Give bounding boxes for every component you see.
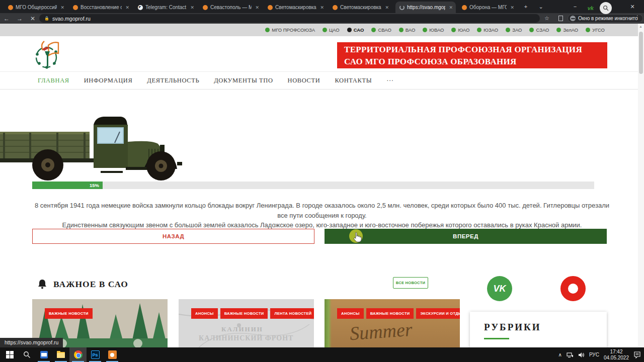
volume-icon[interactable] xyxy=(578,352,585,358)
chrome-taskbar-button[interactable] xyxy=(69,347,87,362)
district-link-sao-active[interactable]: САО xyxy=(347,27,364,33)
browser-tab[interactable]: Оборона — МГО Общер✕ xyxy=(458,2,517,13)
tab-close-icon[interactable]: ✕ xyxy=(509,5,514,10)
browser-tab[interactable]: Восстановление связи —✕ xyxy=(69,2,132,13)
badge[interactable]: ВАЖНЫЕ НОВОСТИ xyxy=(45,308,93,319)
union-dot-icon xyxy=(529,28,534,32)
slider-forward-button[interactable]: ВПЕРЕД xyxy=(325,229,607,244)
forward-icon[interactable]: → xyxy=(13,15,26,22)
organization-logo[interactable] xyxy=(33,39,62,72)
tab-close-icon[interactable]: ✕ xyxy=(124,5,129,10)
taskbar-search-button[interactable] xyxy=(18,347,35,362)
search-button[interactable] xyxy=(600,2,612,14)
badge[interactable]: ВАЖНЫЕ НОВОСТИ xyxy=(220,308,268,319)
mail-app-button[interactable] xyxy=(35,347,52,362)
tab-title: МГО Общероссийского П xyxy=(16,5,57,10)
news-card[interactable]: КАЛИНИН КАЛИНИНСКИЙ ФРОНТ АНОНСЫ ВАЖНЫЕ … xyxy=(179,299,314,347)
org-title-banner: ТЕРРИТОРИАЛЬНАЯ ПРОФСОЮЗНАЯ ОРГАНИЗАЦИЯ … xyxy=(337,42,607,68)
site-favicon xyxy=(73,5,78,10)
browser-tab[interactable]: Светомаскировка — МГ✕ xyxy=(264,2,327,13)
incognito-label: Окно в режиме инкогнито xyxy=(578,16,638,21)
tab-close-icon[interactable]: ✕ xyxy=(448,5,453,10)
vk-social-button[interactable]: VK xyxy=(487,276,512,301)
page-scrollbar[interactable]: ▲ xyxy=(638,24,644,347)
windows-taskbar: Ps ∧ РУС 17:42 04.05.2022 xyxy=(0,347,644,362)
badge[interactable]: ЭКСКУРСИИ И ОТДЫХ xyxy=(416,308,460,319)
browser-tab[interactable]: Светомаскировка — МГО✕ xyxy=(329,2,392,13)
browser-tab[interactable]: МГО Общероссийского П✕ xyxy=(4,2,67,13)
district-link-yuvao[interactable]: ЮВАО xyxy=(423,27,444,33)
district-label: ЗелАО xyxy=(563,27,578,33)
district-link-ugso[interactable]: УГСО xyxy=(586,27,605,33)
file-explorer-button[interactable] xyxy=(52,347,69,362)
district-link-yuao[interactable]: ЮАО xyxy=(451,27,469,33)
red-ring-social-button[interactable] xyxy=(560,276,586,301)
badge[interactable]: АНОНСЫ xyxy=(337,308,364,319)
district-link-szao[interactable]: СЗАО xyxy=(529,27,549,33)
district-link-zao[interactable]: ЗАО xyxy=(506,27,522,33)
nav-item-information[interactable]: ИНФОРМАЦИЯ xyxy=(84,77,133,84)
district-link-cao[interactable]: ЦАО xyxy=(323,27,340,33)
browser-menu-icon[interactable]: ⋮ xyxy=(635,15,640,20)
nav-item-activity[interactable]: ДЕЯТЕЛЬНОСТЬ xyxy=(147,77,199,84)
tab-title: Севастополь — МГО Об xyxy=(210,5,252,10)
new-tab-button[interactable]: + xyxy=(519,0,532,13)
badge[interactable]: ЛЕНТА НОВОСТЕЙ xyxy=(270,308,314,319)
district-label: ЮАО xyxy=(458,27,469,33)
tab-close-icon[interactable]: ✕ xyxy=(254,5,259,10)
screenshot-tool-button[interactable] xyxy=(104,347,121,362)
scroll-up-arrow-icon[interactable]: ▲ xyxy=(639,25,642,28)
badge[interactable]: ВАЖНЫЕ НОВОСТИ xyxy=(366,308,414,319)
photoshop-taskbar-button[interactable]: Ps xyxy=(87,347,104,362)
district-link-mgo[interactable]: МГО ПРОФСОЮЗА xyxy=(265,27,315,33)
window-minimize-button[interactable]: − xyxy=(567,0,584,13)
nav-item-contacts[interactable]: КОНТАКТЫ xyxy=(335,77,372,84)
start-button[interactable] xyxy=(1,347,18,362)
tab-title: Оборона — МГО Общер xyxy=(469,5,507,10)
district-link-yuzao[interactable]: ЮЗАО xyxy=(477,27,498,33)
nav-item-news[interactable]: НОВОСТИ xyxy=(288,77,320,84)
bookmark-star-icon[interactable]: ☆ xyxy=(544,15,549,22)
district-label: ЮЗАО xyxy=(484,27,498,33)
back-icon[interactable]: ← xyxy=(0,15,13,22)
nav-item-home[interactable]: ГЛАВНАЯ xyxy=(38,77,69,84)
all-news-button[interactable]: ВСЕ НОВОСТИ xyxy=(393,277,428,289)
nav-item-more[interactable]: ··· xyxy=(386,77,393,84)
link-preview-statusbar: https://svao.mgoprof.ru xyxy=(0,338,63,347)
district-link-svao[interactable]: СВАО xyxy=(371,27,391,33)
union-dot-icon xyxy=(506,28,510,32)
scrollbar-thumb[interactable] xyxy=(639,32,643,74)
notification-center-icon[interactable] xyxy=(633,351,641,358)
tab-close-icon[interactable]: ✕ xyxy=(59,5,64,10)
photoshop-icon: Ps xyxy=(91,350,100,359)
news-card[interactable]: Summer АНОНСЫ ВАЖНЫЕ НОВОСТИ ЭКСКУРСИИ И… xyxy=(325,299,460,347)
badge[interactable]: АНОНСЫ xyxy=(191,308,218,319)
district-label: ЗАО xyxy=(512,27,522,33)
tab-search-chevron-icon[interactable]: ⌄ xyxy=(534,0,547,13)
slider-progress-fill: 15% xyxy=(32,182,103,189)
district-label: ЮВАО xyxy=(429,27,444,33)
browser-tab[interactable]: Севастополь — МГО Об✕ xyxy=(199,2,262,13)
tab-close-icon[interactable]: ✕ xyxy=(319,5,324,10)
browser-tab-active[interactable]: https://svao.mgoprof.ru✕ xyxy=(395,2,456,13)
vk-link-icon[interactable]: vk xyxy=(588,5,594,11)
district-links-bar: МГО ПРОФСОЮЗА ЦАО САО СВАО ВАО ЮВАО ЮАО … xyxy=(0,24,638,36)
address-bar[interactable]: 🔒 svao.mgoprof.ru xyxy=(39,14,540,23)
union-dot-icon xyxy=(477,28,481,32)
network-icon[interactable] xyxy=(567,352,574,358)
language-indicator[interactable]: РУС xyxy=(589,352,599,357)
extension-icon[interactable] xyxy=(558,16,563,21)
lock-icon[interactable]: 🔒 xyxy=(44,16,49,21)
bell-icon xyxy=(37,279,47,292)
tab-close-icon[interactable]: ✕ xyxy=(384,5,389,10)
stop-loading-icon[interactable]: ✕ xyxy=(26,15,39,22)
taskbar-clock[interactable]: 17:42 04.05.2022 xyxy=(604,349,629,361)
slider-back-button[interactable]: НАЗАД xyxy=(32,229,314,244)
district-link-zelao[interactable]: ЗелАО xyxy=(556,27,578,33)
tab-close-icon[interactable]: ✕ xyxy=(189,5,194,10)
tray-chevron-icon[interactable]: ∧ xyxy=(558,352,562,357)
window-close-button[interactable]: ✕ xyxy=(624,0,641,13)
district-link-vao[interactable]: ВАО xyxy=(399,27,416,33)
browser-tab[interactable]: Telegram: Contact @mgop✕ xyxy=(134,2,197,13)
nav-item-documents[interactable]: ДОКУМЕНТЫ ТПО xyxy=(214,77,273,84)
